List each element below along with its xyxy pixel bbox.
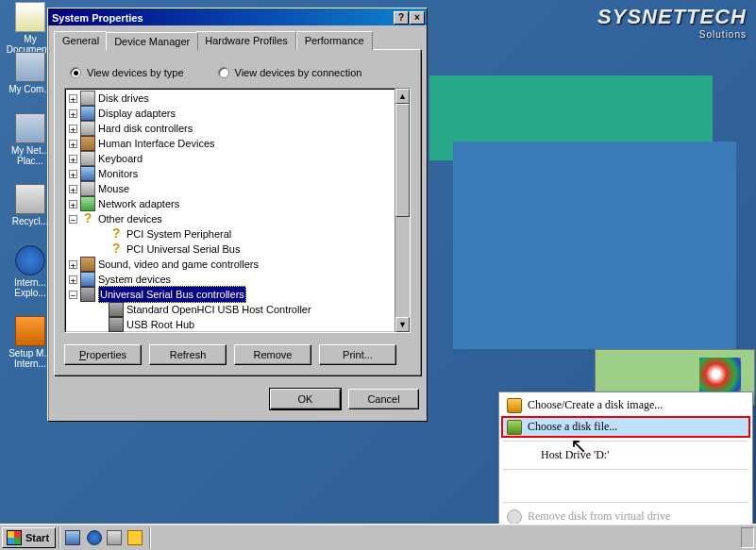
watermark-main: SYSNETTECH xyxy=(597,5,747,28)
start-button[interactable]: Start xyxy=(2,527,56,548)
tabstrip: General Device Manager Hardware Profiles… xyxy=(54,31,421,50)
watermark: SYSNETTECH Solutions xyxy=(597,5,747,40)
expand-toggle[interactable]: + xyxy=(69,109,77,118)
quicklaunch-outlook[interactable] xyxy=(106,528,125,547)
expand-toggle[interactable]: + xyxy=(69,170,77,178)
print-button[interactable]: Print... xyxy=(319,344,396,365)
tree-label[interactable]: Standard OpenHCI USB Host Controller xyxy=(126,302,311,317)
ie-icon xyxy=(87,530,102,545)
tab-general[interactable]: General xyxy=(54,31,108,50)
radio-icon xyxy=(218,67,229,78)
expand-toggle[interactable]: + xyxy=(69,185,77,193)
radio-label: View devices by type xyxy=(87,67,184,78)
tree-label[interactable]: Other devices xyxy=(98,211,162,226)
warning-icon: ? xyxy=(109,226,124,242)
menu-spacer xyxy=(501,473,750,499)
expand-toggle[interactable]: + xyxy=(69,275,77,284)
cancel-button[interactable]: Cancel xyxy=(348,389,419,409)
system-icon xyxy=(80,272,95,287)
refresh-button[interactable]: Refresh xyxy=(149,344,227,365)
expand-toggle[interactable]: + xyxy=(69,94,77,103)
tree-label[interactable]: USB Root Hub xyxy=(126,317,194,332)
radio-label: View devices by connection xyxy=(235,67,362,78)
menu-host-drive[interactable]: Host Drive 'D:' xyxy=(501,444,750,466)
system-properties-dialog: System Properties ? × General Device Man… xyxy=(47,8,428,422)
mouse-icon xyxy=(80,181,95,196)
tree-label[interactable]: Disk drives xyxy=(98,91,149,106)
quicklaunch-ie[interactable] xyxy=(85,528,104,547)
disk-image-icon xyxy=(507,398,522,413)
desktop-icon xyxy=(65,530,80,545)
warning-icon: ? xyxy=(109,242,124,257)
properties-button[interactable]: Properties xyxy=(64,344,142,365)
scroll-up-button[interactable]: ▲ xyxy=(395,89,410,104)
expand-toggle[interactable]: + xyxy=(69,155,77,163)
menu-separator xyxy=(503,441,748,442)
quicklaunch-desktop[interactable] xyxy=(64,528,83,547)
scrollbar[interactable]: ▲ ▼ xyxy=(395,89,410,332)
tree-label[interactable]: System devices xyxy=(98,272,171,287)
help-button[interactable]: ? xyxy=(394,11,409,25)
disk-icon xyxy=(80,91,95,106)
menu-separator xyxy=(503,502,748,503)
radio-by-connection[interactable]: View devices by connection xyxy=(218,67,362,78)
tab-hardware[interactable]: Hardware Profiles xyxy=(196,31,295,50)
tab-panel: View devices by type View devices by con… xyxy=(54,49,421,375)
ok-button[interactable]: OK xyxy=(270,389,341,409)
sound-icon xyxy=(80,257,95,272)
start-label: Start xyxy=(25,532,49,543)
tree-label[interactable]: PCI System Peripheral xyxy=(126,226,231,242)
menu-separator xyxy=(503,469,748,470)
expand-toggle[interactable]: + xyxy=(69,140,77,148)
quicklaunch-media[interactable] xyxy=(126,528,145,547)
tab-performance[interactable]: Performance xyxy=(296,31,373,50)
tree-label[interactable]: Mouse xyxy=(98,181,129,196)
menu-label: Choose/Create a disk image... xyxy=(528,398,663,411)
menu-label: Remove disk from virtual drive xyxy=(528,509,670,523)
btn-label: roperties xyxy=(86,349,126,360)
computer-icon xyxy=(15,52,45,82)
usb-icon xyxy=(109,317,124,332)
outlook-icon xyxy=(107,530,122,545)
tab-device-manager[interactable]: Device Manager xyxy=(106,32,198,51)
device-tree[interactable]: +Disk drives +Display adapters +Hard dis… xyxy=(64,88,411,333)
desktop-label: Intern... Explo... xyxy=(14,277,46,298)
disk-context-menu: Choose/Create a disk image... Choose a d… xyxy=(498,392,753,530)
remove-button[interactable]: Remove xyxy=(234,344,311,365)
radio-by-type[interactable]: View devices by type xyxy=(70,67,184,78)
expand-toggle[interactable]: − xyxy=(69,291,77,299)
tree-label[interactable]: Hard disk controllers xyxy=(98,121,193,136)
menu-create-disk-image[interactable]: Choose/Create a disk image... xyxy=(501,394,750,416)
tree-label[interactable]: Network adapters xyxy=(98,196,179,211)
expand-toggle[interactable]: + xyxy=(69,260,77,269)
system-tray[interactable] xyxy=(741,527,754,548)
usb-icon xyxy=(80,287,95,302)
media-player-icon xyxy=(127,530,143,545)
tree-label-selected[interactable]: Universal Serial Bus controllers xyxy=(98,286,246,303)
expand-toggle[interactable]: + xyxy=(69,200,77,208)
tree-label[interactable]: Human Interface Devices xyxy=(98,136,215,151)
menu-choose-disk-file[interactable]: Choose a disk file... xyxy=(501,416,750,438)
hdd-icon xyxy=(80,121,95,136)
expand-toggle[interactable]: − xyxy=(69,215,77,224)
tree-label[interactable]: Keyboard xyxy=(98,151,143,166)
scroll-thumb[interactable] xyxy=(395,104,410,217)
recycle-icon xyxy=(15,184,45,214)
tree-label[interactable]: PCI Universal Serial Bus xyxy=(126,242,240,257)
dialog-title: System Properties xyxy=(52,12,143,24)
close-button[interactable]: × xyxy=(410,11,425,25)
keyboard-icon xyxy=(80,151,95,166)
desktop-label: Recycl... xyxy=(12,216,48,226)
documents-icon xyxy=(15,2,45,32)
monitor-icon xyxy=(80,166,95,181)
menu-label: Host Drive 'D:' xyxy=(541,448,609,461)
tree-label[interactable]: Sound, video and game controllers xyxy=(98,257,259,272)
display-icon xyxy=(80,106,95,121)
scroll-down-button[interactable]: ▼ xyxy=(395,317,410,332)
titlebar[interactable]: System Properties ? × xyxy=(48,8,427,25)
expand-toggle[interactable]: + xyxy=(69,125,77,133)
tree-label[interactable]: Monitors xyxy=(98,166,138,181)
tree-label[interactable]: Display adapters xyxy=(98,106,176,121)
divider xyxy=(59,527,60,548)
radio-icon xyxy=(70,67,81,78)
